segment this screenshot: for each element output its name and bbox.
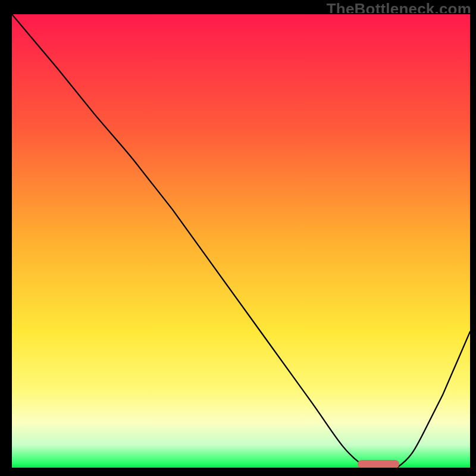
optimal-marker [358, 460, 399, 468]
plot-area [11, 13, 471, 469]
chart-frame: TheBottleneck.com [0, 0, 476, 476]
bottleneck-curve [12, 14, 470, 468]
curve-path [12, 14, 470, 468]
